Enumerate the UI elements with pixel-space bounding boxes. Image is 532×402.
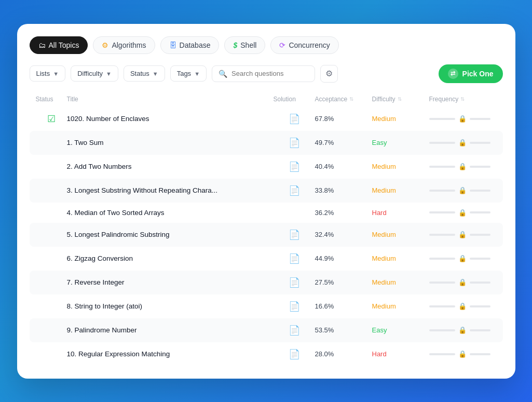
frequency-bar-1 bbox=[429, 190, 455, 192]
title-cell[interactable]: 4. Median of Two Sorted Arrays bbox=[67, 209, 274, 217]
algorithms-icon: ⚙ bbox=[102, 41, 108, 49]
search-box[interactable]: 🔍 bbox=[212, 65, 315, 82]
difficulty-cell: Hard bbox=[372, 209, 429, 217]
title-cell[interactable]: 3. Longest Substring Without Repeating C… bbox=[67, 186, 274, 194]
frequency-sort-icon: ⇅ bbox=[460, 96, 465, 102]
difficulty-cell: Medium bbox=[372, 163, 429, 170]
col-status: Status bbox=[36, 96, 67, 103]
main-card: 🗂 All Topics ⚙ Algorithms 🗄 Database $ S… bbox=[17, 24, 515, 379]
tab-all-topics-label: All Topics bbox=[49, 41, 79, 49]
frequency-bar-1 bbox=[429, 118, 455, 120]
search-icon: 🔍 bbox=[219, 70, 227, 78]
frequency-bar-1 bbox=[429, 234, 455, 236]
acceptance-cell: 27.5% bbox=[315, 278, 372, 286]
table-row[interactable]: 4. Median of Two Sorted Arrays36.2%Hard … bbox=[30, 203, 503, 223]
difficulty-sort-icon: ⇅ bbox=[398, 96, 402, 102]
col-frequency: Frequency ⇅ bbox=[429, 96, 497, 103]
frequency-cell: 🔒 bbox=[429, 302, 497, 310]
tab-algorithms-label: Algorithms bbox=[112, 41, 146, 49]
tab-shell[interactable]: $ Shell bbox=[224, 36, 265, 54]
frequency-bar-2 bbox=[470, 305, 490, 307]
difficulty-filter[interactable]: Difficulty ▼ bbox=[71, 65, 118, 82]
title-cell[interactable]: 6. Zigzag Conversion bbox=[67, 254, 274, 262]
table-row[interactable]: 10. Regular Expression Matching📄28.0%Har… bbox=[30, 342, 503, 366]
lock-icon: 🔒 bbox=[458, 302, 467, 310]
frequency-bar-1 bbox=[429, 166, 455, 168]
lock-icon: 🔒 bbox=[458, 254, 467, 262]
solution-icon: 📄 bbox=[289, 253, 300, 264]
title-cell[interactable]: 2. Add Two Numbers bbox=[67, 163, 274, 170]
settings-button[interactable]: ⚙ bbox=[320, 65, 338, 83]
lock-icon: 🔒 bbox=[458, 115, 467, 123]
pick-one-button[interactable]: ⇄ Pick One bbox=[439, 64, 503, 83]
tab-all-topics[interactable]: 🗂 All Topics bbox=[30, 36, 88, 54]
difficulty-cell: Hard bbox=[372, 350, 429, 358]
table-row[interactable]: 3. Longest Substring Without Repeating C… bbox=[30, 179, 503, 203]
lock-icon: 🔒 bbox=[458, 231, 467, 238]
frequency-bar-1 bbox=[429, 282, 455, 284]
table-row[interactable]: ☑1020. Number of Enclaves📄67.8%Medium 🔒 bbox=[30, 107, 503, 131]
tab-database[interactable]: 🗄 Database bbox=[160, 36, 220, 54]
frequency-bar-2 bbox=[470, 118, 490, 120]
solution-cell: 📄 bbox=[274, 229, 315, 240]
solution-cell: 📄 bbox=[274, 301, 315, 312]
solved-icon: ☑ bbox=[47, 113, 56, 125]
table-row[interactable]: 7. Reverse Integer📄27.5%Medium 🔒 bbox=[30, 271, 503, 294]
all-topics-icon: 🗂 bbox=[38, 41, 46, 49]
difficulty-cell: Medium bbox=[372, 115, 429, 123]
table-row[interactable]: 2. Add Two Numbers📄40.4%Medium 🔒 bbox=[30, 155, 503, 179]
filter-bar: Lists ▼ Difficulty ▼ Status ▼ Tags ▼ 🔍 ⚙… bbox=[30, 64, 503, 83]
title-cell[interactable]: 10. Regular Expression Matching bbox=[67, 350, 274, 358]
title-cell[interactable]: 7. Reverse Integer bbox=[67, 278, 274, 286]
frequency-bar-2 bbox=[470, 211, 490, 213]
col-difficulty: Difficulty ⇅ bbox=[372, 96, 429, 103]
col-solution: Solution bbox=[274, 96, 315, 103]
difficulty-chevron-icon: ▼ bbox=[106, 71, 112, 77]
lists-filter[interactable]: Lists ▼ bbox=[30, 65, 66, 82]
acceptance-cell: 28.0% bbox=[315, 350, 372, 358]
title-cell[interactable]: 5. Longest Palindromic Substring bbox=[67, 231, 274, 238]
solution-icon: 📄 bbox=[289, 277, 300, 288]
lists-filter-label: Lists bbox=[36, 70, 50, 77]
solution-icon: 📄 bbox=[289, 185, 300, 196]
table-row[interactable]: 5. Longest Palindromic Substring📄32.4%Me… bbox=[30, 223, 503, 247]
search-input[interactable] bbox=[231, 70, 308, 77]
frequency-bar-2 bbox=[470, 282, 490, 284]
solution-icon: 📄 bbox=[289, 161, 300, 172]
frequency-bar-1 bbox=[429, 353, 455, 355]
status-filter[interactable]: Status ▼ bbox=[124, 65, 165, 82]
frequency-cell: 🔒 bbox=[429, 209, 497, 217]
title-cell[interactable]: 1020. Number of Enclaves bbox=[67, 115, 274, 123]
table-row[interactable]: 9. Palindrome Number📄53.5%Easy 🔒 bbox=[30, 318, 503, 342]
difficulty-cell: Easy bbox=[372, 326, 429, 334]
table-row[interactable]: 8. String to Integer (atoi)📄16.6%Medium … bbox=[30, 294, 503, 318]
table-row[interactable]: 6. Zigzag Conversion📄44.9%Medium 🔒 bbox=[30, 247, 503, 271]
shuffle-icon: ⇄ bbox=[448, 69, 458, 79]
title-cell[interactable]: 9. Palindrome Number bbox=[67, 326, 274, 334]
acceptance-cell: 32.4% bbox=[315, 231, 372, 238]
col-title: Title bbox=[67, 96, 274, 103]
solution-cell: 📄 bbox=[274, 325, 315, 336]
lock-icon: 🔒 bbox=[458, 139, 467, 146]
acceptance-cell: 36.2% bbox=[315, 209, 372, 217]
tab-algorithms[interactable]: ⚙ Algorithms bbox=[93, 36, 155, 54]
topic-tabs: 🗂 All Topics ⚙ Algorithms 🗄 Database $ S… bbox=[30, 36, 503, 54]
acceptance-cell: 16.6% bbox=[315, 302, 372, 310]
title-cell[interactable]: 8. String to Integer (atoi) bbox=[67, 302, 274, 310]
tab-concurrency[interactable]: ⟳ Concurrency bbox=[270, 36, 338, 54]
frequency-cell: 🔒 bbox=[429, 278, 497, 286]
table-row[interactable]: 1. Two Sum📄49.7%Easy 🔒 bbox=[30, 131, 503, 155]
solution-cell: 📄 bbox=[274, 137, 315, 149]
lock-icon: 🔒 bbox=[458, 209, 467, 217]
solution-icon: 📄 bbox=[289, 229, 300, 240]
frequency-bar-2 bbox=[470, 166, 490, 168]
lock-icon: 🔒 bbox=[458, 163, 467, 170]
solution-icon: 📄 bbox=[289, 137, 300, 149]
tags-filter[interactable]: Tags ▼ bbox=[170, 65, 207, 82]
title-cell[interactable]: 1. Two Sum bbox=[67, 139, 274, 146]
frequency-cell: 🔒 bbox=[429, 115, 497, 123]
lock-icon: 🔒 bbox=[458, 186, 467, 194]
tab-shell-label: Shell bbox=[240, 41, 256, 49]
frequency-bar-1 bbox=[429, 258, 455, 260]
frequency-bar-2 bbox=[470, 190, 490, 192]
